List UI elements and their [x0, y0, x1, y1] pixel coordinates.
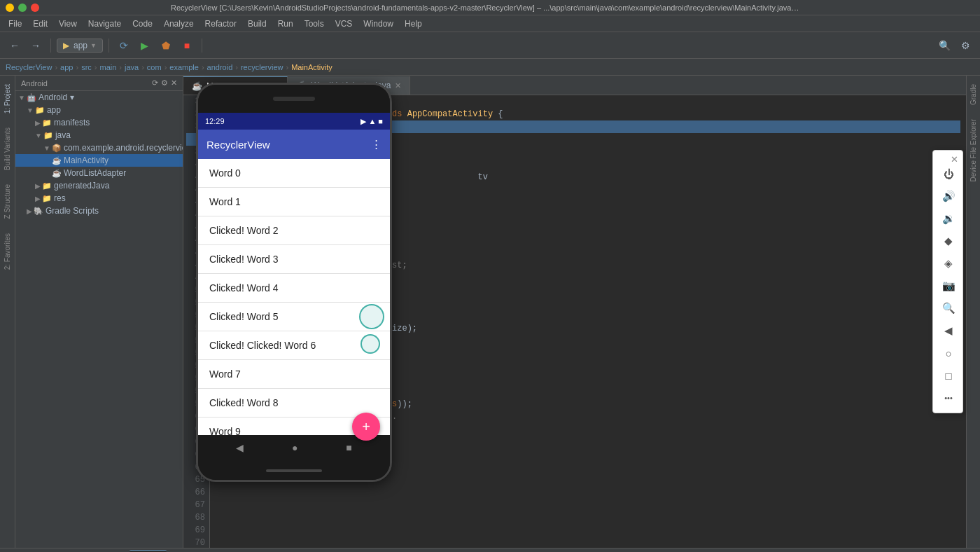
menu-code[interactable]: Code [127, 18, 158, 30]
ctx-volume-up-btn[interactable]: 🔊 [936, 186, 961, 207]
vtab-build-variants[interactable]: Build Variants [2, 122, 13, 176]
ctx-more-btn[interactable]: ••• [936, 387, 961, 408]
run-btn[interactable]: ▶ [136, 36, 154, 55]
tree-mainactivity[interactable]: ☕ MainActivity [15, 154, 183, 167]
vtab-project[interactable]: 1: Project [2, 78, 13, 119]
close-button[interactable] [31, 4, 39, 12]
ctx-recents-btn[interactable]: □ [936, 365, 961, 386]
bc-java[interactable]: java [125, 63, 139, 71]
vtab-structure[interactable]: Z Structure [2, 179, 13, 224]
menu-file[interactable]: File [3, 18, 27, 30]
tab-close-icon[interactable]: ✕ [395, 81, 401, 90]
menu-help[interactable]: Help [399, 18, 428, 30]
folder-icon: 📁 [42, 118, 52, 127]
tree-label: WordListAdapter [64, 168, 126, 178]
tree-label: generatedJava [54, 181, 109, 191]
arrow-icon: ▶ [35, 182, 41, 190]
search-everywhere-btn[interactable]: 🔍 [935, 36, 953, 55]
stop-btn[interactable]: ■ [178, 36, 196, 55]
phone-status-icons: ▶ ▲ ■ [360, 117, 383, 126]
folder-icon: 📦 [52, 144, 62, 153]
nav-home-btn[interactable]: ● [292, 442, 298, 453]
list-item[interactable]: Word 0 [198, 159, 390, 188]
fab-button[interactable]: + [352, 413, 380, 441]
list-item[interactable]: Word 1 [198, 188, 390, 216]
list-item[interactable]: Clicked! Word 2 [198, 216, 390, 245]
sidebar-sync-icon[interactable]: ⟳ [152, 78, 158, 88]
tree-label: java [55, 130, 71, 140]
tree-java[interactable]: ▼ 📁 java [15, 129, 183, 142]
menu-window[interactable]: Window [358, 18, 399, 30]
project-sidebar: Android ⟳ ⚙ ✕ ▼ 🤖 Android ▾ ▼ 📁 app ▶ 📁 … [15, 76, 183, 548]
bc-src[interactable]: src [81, 63, 92, 71]
bc-main[interactable]: main [99, 63, 116, 71]
phone-emulator: 12:29 ▶ ▲ ■ RecyclerView ⋮ Word 0 Word 1… [196, 83, 392, 482]
list-item[interactable]: Clicked! Word 3 [198, 245, 390, 274]
tree-gradle-scripts[interactable]: ▶ 🐘 Gradle Scripts [15, 205, 183, 217]
bc-com[interactable]: com [147, 63, 162, 71]
sync-btn[interactable]: ⟳ [115, 36, 133, 55]
bc-app[interactable]: app [60, 63, 73, 71]
tree-label: Gradle Scripts [46, 206, 99, 216]
menu-build[interactable]: Build [242, 18, 272, 30]
menu-tools[interactable]: Tools [299, 18, 330, 30]
tree-app[interactable]: ▼ 📁 app [15, 104, 183, 116]
ctx-power-btn[interactable]: ⏻ [936, 163, 961, 184]
tree-generatedjava[interactable]: ▶ 📁 generatedJava [15, 179, 183, 192]
bc-recyclerview2[interactable]: recyclerview [241, 63, 284, 71]
sidebar-close-icon[interactable]: ✕ [171, 78, 177, 88]
nav-back-btn[interactable]: ◀ [236, 442, 244, 453]
menu-refactor[interactable]: Refactor [200, 18, 242, 30]
bc-mainactivity[interactable]: MainActivity [291, 63, 332, 71]
device-file-explorer-tab[interactable]: Device File Explorer [968, 113, 979, 187]
bc-android[interactable]: android [207, 63, 233, 71]
menu-run[interactable]: Run [272, 18, 299, 30]
sidebar-gear-icon[interactable]: ⚙ [161, 78, 168, 88]
nav-recents-btn[interactable]: ■ [346, 442, 351, 453]
ctx-volume-down-btn[interactable]: 🔉 [936, 208, 961, 229]
tree-wordlistadapter[interactable]: ☕ WordListAdapter [15, 167, 183, 179]
run-config-label: app [74, 41, 88, 50]
menu-view[interactable]: View [53, 18, 83, 30]
window-title: RecyclerView [C:\Users\Kevin\AndroidStud… [171, 4, 801, 12]
minimize-button[interactable] [6, 4, 14, 12]
ctx-tag-btn[interactable]: ◆ [936, 230, 961, 251]
list-item[interactable]: Clicked! Word 5 [198, 303, 390, 331]
ctx-back-btn[interactable]: ◀ [936, 320, 961, 341]
phone-time: 12:29 [205, 117, 225, 125]
tree-manifests[interactable]: ▶ 📁 manifests [15, 116, 183, 129]
title-bar: RecyclerView [C:\Users\Kevin\AndroidStud… [0, 0, 980, 15]
ctx-camera-btn[interactable]: 📷 [936, 275, 961, 296]
toolbar-forward-btn[interactable]: → [27, 36, 45, 55]
right-sidebar: Gradle Device File Explorer [966, 76, 980, 548]
list-item[interactable]: Word 7 [198, 360, 390, 389]
arrow-icon: ▼ [35, 132, 42, 139]
ctx-erase-btn[interactable]: ◈ [936, 253, 961, 274]
list-item[interactable]: Clicked! Clicked! Word 6 [198, 331, 390, 360]
settings-btn[interactable]: ⚙ [956, 36, 974, 55]
tree-android-root[interactable]: ▼ 🤖 Android ▾ [15, 91, 183, 104]
list-item[interactable]: Clicked! Word 4 [198, 274, 390, 303]
arrow-icon: ▼ [43, 144, 50, 152]
phone-menu-icon[interactable]: ⋮ [371, 138, 382, 151]
ctx-home-btn[interactable]: ○ [936, 343, 961, 364]
editor-area: ☕ MainActivity.java ✕ ☕ WordListAdapter.… [183, 76, 966, 548]
menu-edit[interactable]: Edit [27, 18, 53, 30]
vtab-favorites[interactable]: 2: Favorites [2, 228, 13, 275]
gradle-tab[interactable]: Gradle [968, 78, 979, 111]
menu-navigate[interactable]: Navigate [83, 18, 127, 30]
tree-package[interactable]: ▼ 📦 com.example.android.recyclerview [15, 142, 183, 154]
bc-recyclerview[interactable]: RecyclerView [6, 63, 52, 71]
tree-label: Android ▾ [38, 92, 74, 102]
tree-res[interactable]: ▶ 📁 res [15, 192, 183, 205]
menu-vcs[interactable]: VCS [330, 18, 358, 30]
run-config-dropdown[interactable]: ▶ app ▼ [57, 39, 103, 53]
menu-analyze[interactable]: Analyze [158, 18, 200, 30]
toolbar-back-btn[interactable]: ← [6, 36, 24, 55]
bc-example[interactable]: example [169, 63, 199, 71]
context-menu-close[interactable]: ✕ [948, 153, 960, 165]
ctx-zoom-btn[interactable]: 🔍 [936, 298, 961, 319]
debug-btn[interactable]: ⬟ [157, 36, 175, 55]
maximize-button[interactable] [18, 4, 27, 12]
phone-context-menu: ✕ ⏻ 🔊 🔉 ◆ ◈ 📷 🔍 ◀ ○ □ ••• [932, 150, 963, 413]
